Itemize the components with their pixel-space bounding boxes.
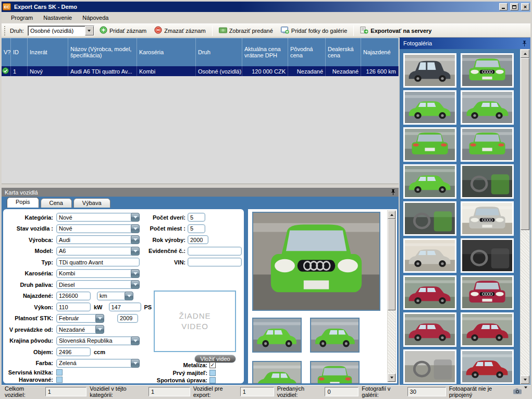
scroll-up-button[interactable] — [388, 211, 395, 219]
typ-input[interactable]: TDi quattro Avant — [56, 258, 140, 267]
tab-popis[interactable]: Popis — [7, 197, 39, 208]
photo-thumb-green-audi-front-side[interactable] — [252, 318, 302, 353]
kategoria-select[interactable]: Nové — [56, 213, 140, 222]
column-header-aktualna-cena[interactable]: Aktuálna cena vrátane DPH — [242, 38, 288, 66]
pocet-dveri-input-value: 5 — [188, 214, 193, 221]
servisna-knizka-checkbox[interactable] — [56, 369, 63, 376]
gallery-thumb-green-car-interior-seats[interactable] — [403, 201, 456, 236]
gallery-thumb-green-audi-rear-2[interactable] — [461, 127, 514, 162]
pocet-dveri-input[interactable]: 5 — [188, 213, 205, 222]
vykon-kw-input[interactable]: 110 — [56, 303, 91, 311]
dropdown-arrow-icon[interactable] — [95, 314, 104, 323]
pin-icon[interactable] — [391, 189, 395, 195]
menu-item-program[interactable]: Program — [6, 13, 38, 22]
menu-item-nastavenie[interactable]: Nastavenie — [38, 13, 77, 22]
zobrazit-predane-button[interactable]: Zobraziť predané — [216, 26, 276, 35]
scrollbar-track[interactable] — [521, 58, 529, 376]
stav-vozidla-select[interactable]: Nové — [56, 224, 140, 233]
model-select[interactable]: A6 — [56, 247, 140, 256]
gallery-thumb-steering-wheel-interior[interactable] — [461, 238, 514, 273]
dropdown-arrow-icon[interactable] — [131, 280, 140, 289]
minimize-button[interactable] — [499, 3, 508, 10]
gallery-scrollbar[interactable] — [520, 49, 530, 384]
sportovna-uprava-checkbox[interactable] — [209, 377, 216, 383]
column-header-najazdene[interactable]: Najazdené — [361, 38, 399, 66]
gallery-thumb-green-audi-front-quarter[interactable] — [403, 90, 456, 125]
najazdene-unit-select[interactable]: km — [97, 292, 133, 300]
krajina-povodu-select[interactable]: Slovenská Republika — [56, 336, 140, 345]
najazdene-input[interactable]: 126600 — [56, 292, 91, 300]
gallery-thumb-interior-partial[interactable] — [403, 349, 456, 384]
vykon-ps-input[interactable]: 147 — [109, 303, 141, 311]
gallery-thumb-red-car-partial[interactable] — [461, 349, 514, 384]
druh-paliva-select[interactable]: Diesel — [56, 280, 140, 289]
horizontal-splitter[interactable] — [2, 184, 399, 188]
column-header-povodna-cena[interactable]: Pôvodná cena — [288, 38, 326, 66]
havarovane-checkbox[interactable] — [56, 377, 63, 383]
pridat-fotky-do-galerie-button[interactable]: Pridať fotky do galérie — [278, 26, 350, 36]
maximize-button[interactable] — [510, 3, 518, 10]
gallery-thumb-red-coupe-front-quarter-2[interactable] — [403, 312, 456, 347]
column-header-dealerska-cena[interactable]: Dealerská cena — [326, 38, 361, 66]
pridat-zaznam-button[interactable]: Pridať záznam — [97, 25, 149, 36]
dropdown-arrow-icon[interactable] — [131, 269, 140, 278]
column-header-inzerat[interactable]: Inzerát — [28, 38, 68, 66]
gallery-thumb-green-audi-rear-quarter[interactable] — [461, 90, 514, 125]
farba-select[interactable]: Zelená — [56, 359, 140, 368]
tab-cena[interactable]: Cena — [41, 198, 72, 208]
table-row[interactable]: 1NovýAudi A6 TDi quattro Av...KombiOsobn… — [2, 66, 399, 76]
gallery-thumb-green-audi-front[interactable] — [461, 53, 514, 88]
photo-thumb-green-audi-rear-side[interactable] — [310, 318, 360, 353]
toolbar-grip[interactable] — [4, 26, 6, 35]
evidencne-c-input[interactable] — [188, 247, 242, 256]
metaliza-checkbox[interactable]: ✓ — [209, 362, 216, 368]
photos-scrollbar[interactable] — [387, 210, 396, 382]
vyrobca-select[interactable]: Audi — [56, 235, 140, 244]
karoseria-select[interactable]: Kombi — [56, 269, 140, 278]
gallery-thumb-red-coupe-front-quarter[interactable] — [403, 275, 456, 310]
exportovat-na-servery-button[interactable]: Exportovať na servery — [357, 26, 434, 36]
column-header-karoseria[interactable]: Karoséria — [137, 38, 196, 66]
dropdown-arrow-icon[interactable] — [125, 292, 133, 300]
rok-vyroby-input[interactable]: 2000 — [188, 235, 208, 244]
vehicle-main-photo[interactable] — [252, 212, 380, 311]
scroll-down-button[interactable] — [521, 376, 529, 384]
scrollbar-thumb[interactable] — [521, 58, 529, 230]
dropdown-arrow-icon[interactable] — [95, 325, 104, 334]
gallery-thumb-green-audi-rear[interactable] — [403, 127, 456, 162]
gallery-thumb-silver-convertible-side[interactable] — [403, 238, 456, 273]
platnost-stk-year-input[interactable]: 2009 — [117, 314, 138, 323]
pocet-miest-input[interactable]: 5 — [188, 224, 205, 233]
prvy-majitel-checkbox[interactable] — [209, 370, 216, 376]
column-header-exported[interactable]: V? — [2, 38, 11, 66]
column-header-druh[interactable]: Druh — [196, 38, 242, 66]
scroll-up-button[interactable] — [521, 50, 529, 58]
scrollbar-track[interactable] — [388, 219, 395, 373]
scroll-down-button[interactable] — [388, 373, 395, 382]
zmazat-zaznam-button[interactable]: Zmazať záznam — [152, 25, 208, 36]
vin-input[interactable] — [188, 258, 242, 267]
v-prevadzke-od-select[interactable]: Nezadané — [56, 325, 104, 334]
scrollbar-thumb[interactable] — [388, 219, 395, 310]
dropdown-arrow-icon[interactable] — [131, 336, 140, 345]
menu-item-napoveda[interactable]: Nápoveda — [77, 13, 114, 22]
photo-thumb-green-audi-rear[interactable] — [310, 361, 360, 383]
gallery-thumb-dark-minivan-side[interactable] — [403, 53, 456, 88]
column-header-nazov[interactable]: Názov (Výrobca, model, špecifikácia) — [68, 38, 137, 66]
gallery-thumb-green-audi-interior-door[interactable] — [461, 164, 514, 199]
gallery-thumb-green-audi-doors-open[interactable] — [403, 164, 456, 199]
tab-vybava[interactable]: Výbava — [73, 198, 110, 208]
camera-menu-arrow[interactable] — [524, 389, 527, 395]
gallery-thumb-silver-mercedes-front[interactable] — [461, 201, 514, 236]
column-header-id[interactable]: ID — [11, 38, 28, 66]
close-button[interactable]: × — [521, 3, 529, 10]
gallery-thumb-red-coupe-front[interactable] — [461, 275, 514, 310]
objem-input[interactable]: 2496 — [56, 347, 91, 356]
right-checkboxes: Metalíza:✓Prvý majiteľ:Sportovná úprava: — [133, 361, 216, 383]
gallery-thumb-red-coupe-side[interactable] — [461, 312, 514, 347]
photo-thumb-green-audi-rear-quarter[interactable] — [252, 361, 302, 383]
pin-icon[interactable] — [522, 41, 527, 46]
druh-combobox[interactable]: Osobné (vozidlá) — [28, 26, 94, 36]
platnost-stk-month-select[interactable]: Február — [56, 314, 104, 323]
druh-combobox-arrow[interactable] — [85, 26, 94, 35]
